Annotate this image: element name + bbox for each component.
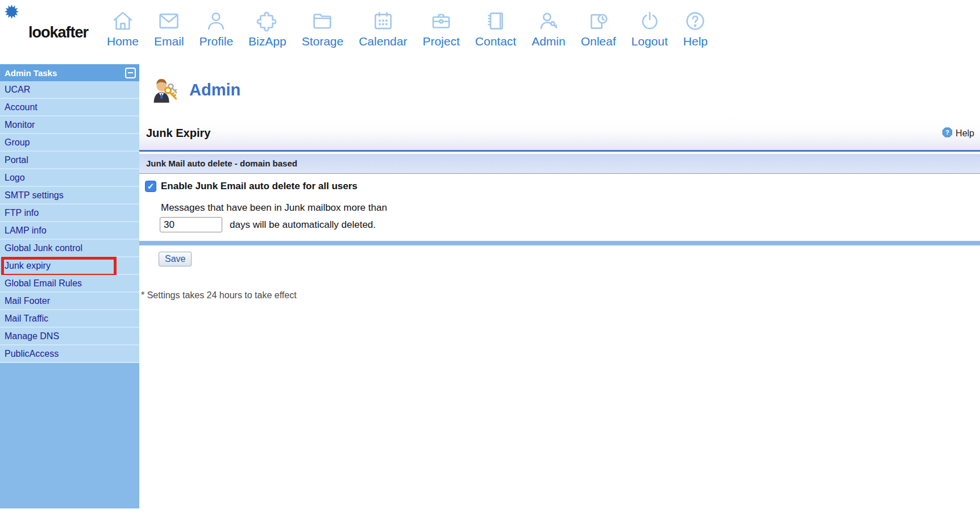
sidebar-item-manage-dns[interactable]: Manage DNS	[0, 328, 139, 345]
section-divider	[139, 241, 980, 245]
days-row: days will be automatically deleted.	[160, 217, 980, 232]
nav-label: Onleaf	[581, 35, 616, 48]
sidebar-item-group[interactable]: Group	[0, 134, 139, 152]
svg-text:?: ?	[945, 129, 949, 136]
nav-label: Project	[422, 35, 459, 48]
project-icon	[429, 9, 453, 33]
sidebar-item-lamp-info[interactable]: LAMP info	[0, 222, 139, 240]
calendar-icon	[371, 9, 395, 33]
help-icon	[683, 9, 707, 33]
enable-junk-label: Enable Junk Email auto delete for all us…	[161, 181, 358, 192]
email-icon	[157, 9, 181, 33]
nav-label: Admin	[531, 35, 566, 48]
days-input[interactable]	[160, 217, 222, 232]
bizapp-icon	[255, 9, 279, 33]
admin-icon	[537, 9, 560, 33]
sidebar-item-global-email-rules[interactable]: Global Email Rules	[0, 275, 139, 293]
nav-label: Email	[154, 35, 184, 48]
home-icon	[111, 9, 135, 33]
enable-row: Enable Junk Email auto delete for all us…	[145, 181, 980, 192]
main-content: Admin Junk Expiry ? Help Junk Mail auto …	[139, 64, 980, 508]
starburst-icon	[4, 4, 19, 19]
sidebar-item-ftp-info[interactable]: FTP info	[0, 205, 139, 222]
help-octagon-icon: ?	[942, 127, 953, 140]
nav-label: BizApp	[248, 35, 286, 48]
nav-item-bizapp[interactable]: BizApp	[248, 9, 286, 48]
junk-expiry-form: Enable Junk Email auto delete for all us…	[139, 181, 980, 232]
nav-label: Calendar	[359, 35, 407, 48]
sidebar-item-global-junk-control[interactable]: Global Junk control	[0, 240, 139, 257]
main-nav: Home Email Profile BizApp Storage	[107, 9, 708, 48]
sidebar-item-mail-footer[interactable]: Mail Footer	[0, 293, 139, 310]
settings-footnote: * Settings takes 24 hours to take effect	[141, 290, 980, 301]
nav-item-logout[interactable]: Logout	[632, 9, 668, 48]
sidebar-item-account[interactable]: Account	[0, 99, 139, 116]
days-sentence-before: Messages that have been in Junk mailbox …	[161, 202, 980, 214]
nav-item-calendar[interactable]: Calendar	[359, 9, 407, 48]
nav-item-onleaf[interactable]: Onleaf	[581, 9, 616, 48]
nav-item-home[interactable]: Home	[107, 9, 139, 48]
sidebar-item-smtp-settings[interactable]: SMTP settings	[0, 187, 139, 205]
nav-label: Contact	[475, 35, 516, 48]
sidebar-item-publicaccess[interactable]: PublicAccess	[0, 345, 139, 363]
nav-label: Storage	[302, 35, 344, 48]
nav-item-storage[interactable]: Storage	[302, 9, 344, 48]
nav-item-help[interactable]: Help	[683, 9, 708, 48]
onleaf-icon	[587, 9, 611, 33]
nav-item-contact[interactable]: Contact	[475, 9, 516, 48]
help-link-label: Help	[956, 128, 974, 139]
help-link[interactable]: ? Help	[942, 127, 974, 140]
sidebar-item-mail-traffic[interactable]: Mail Traffic	[0, 310, 139, 328]
enable-junk-checkbox[interactable]	[145, 181, 156, 192]
nav-item-admin[interactable]: Admin	[531, 9, 566, 48]
section-title: Junk Expiry	[146, 127, 210, 140]
sidebar-list: UCAR Account Monitor Group Portal Logo S…	[0, 81, 139, 363]
sidebar-item-logo[interactable]: Logo	[0, 169, 139, 187]
nav-label: Logout	[632, 35, 668, 48]
section-header-band: Junk Expiry ? Help	[139, 116, 980, 152]
storage-icon	[310, 9, 334, 33]
sidebar-filler	[0, 363, 139, 508]
save-button[interactable]: Save	[159, 252, 192, 266]
top-bar: lookafter Home Email Profile BizApp	[0, 0, 980, 64]
nav-label: Profile	[200, 35, 234, 48]
admin-user-key-icon	[150, 75, 179, 105]
sidebar-item-ucar[interactable]: UCAR	[0, 81, 139, 99]
sidebar-item-monitor[interactable]: Monitor	[0, 116, 139, 134]
sidebar-item-junk-expiry[interactable]: Junk expiry	[0, 257, 139, 275]
contact-icon	[484, 9, 508, 33]
admin-title-row: Admin	[150, 73, 980, 107]
nav-item-email[interactable]: Email	[154, 9, 184, 48]
nav-label: Help	[683, 35, 708, 48]
sidebar-title: Admin Tasks	[5, 68, 57, 78]
lookafter-logo: lookafter	[28, 24, 88, 41]
admin-tasks-sidebar: Admin Tasks UCAR Account Monitor Group P…	[0, 64, 139, 508]
profile-icon	[204, 9, 228, 33]
minus-box-icon[interactable]	[125, 68, 136, 78]
sidebar-header: Admin Tasks	[0, 64, 139, 81]
panel-title-bar: Junk Mail auto delete - domain based	[139, 154, 980, 174]
logout-icon	[638, 9, 662, 33]
page-title: Admin	[189, 81, 240, 99]
sidebar-item-portal[interactable]: Portal	[0, 152, 139, 169]
days-sentence-after: days will be automatically deleted.	[230, 219, 376, 231]
nav-item-project[interactable]: Project	[422, 9, 459, 48]
nav-label: Home	[107, 35, 139, 48]
nav-item-profile[interactable]: Profile	[200, 9, 234, 48]
